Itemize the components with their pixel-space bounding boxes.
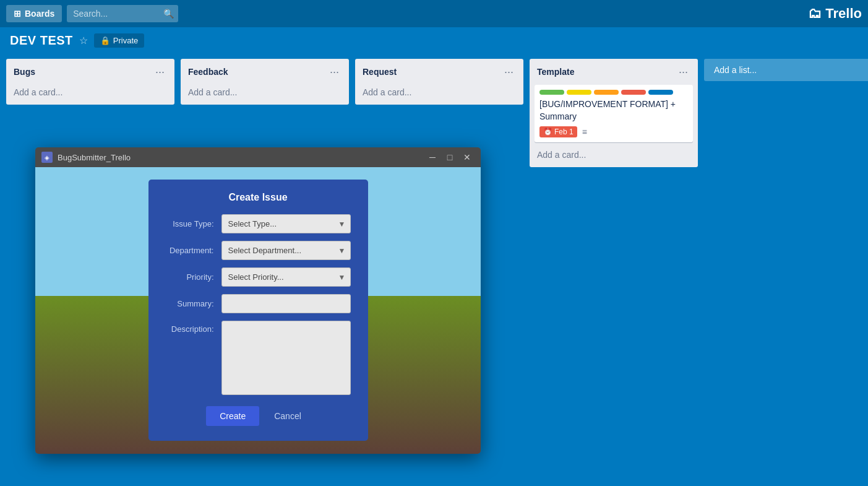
department-row: Department: Select Department... Enginee… bbox=[166, 241, 351, 260]
issue-type-label: Issue Type: bbox=[166, 219, 221, 228]
minimize-button[interactable]: ─ bbox=[425, 150, 440, 165]
trello-logo-text: Trello bbox=[825, 6, 862, 22]
list-template-menu-btn[interactable]: ··· bbox=[676, 65, 690, 79]
clock-icon: ⏰ bbox=[543, 128, 552, 136]
top-nav: ⊞ Boards 🔍 🗂 Trello bbox=[0, 0, 868, 27]
list-feedback-title: Feedback bbox=[188, 67, 228, 77]
star-icon[interactable]: ☆ bbox=[79, 35, 88, 46]
board-header: DEV TEST ☆ 🔒 Private bbox=[0, 27, 868, 54]
list-feedback: Feedback ··· Add a card... bbox=[181, 59, 349, 105]
window-controls: ─ □ ✕ bbox=[425, 150, 475, 165]
label-green bbox=[539, 90, 564, 95]
cancel-button[interactable]: Cancel bbox=[265, 406, 310, 426]
summary-input[interactable] bbox=[221, 294, 351, 313]
summary-label: Summary: bbox=[166, 299, 221, 308]
list-feedback-menu-btn[interactable]: ··· bbox=[327, 65, 342, 79]
visibility-label: Private bbox=[113, 36, 138, 45]
template-add-card-btn[interactable]: Add a card... bbox=[535, 147, 693, 162]
create-issue-dialog: Create Issue Issue Type: Select Type... … bbox=[148, 180, 368, 441]
list-request-title: Request bbox=[363, 67, 397, 77]
issue-type-select[interactable]: Select Type... Bug Improvement Task bbox=[221, 214, 351, 233]
description-icon: ≡ bbox=[582, 127, 587, 137]
request-add-card-btn[interactable]: Add a card... bbox=[360, 85, 518, 100]
list-request-menu-btn[interactable]: ··· bbox=[502, 65, 516, 79]
board-title: DEV TEST bbox=[10, 33, 73, 48]
dialog-title: Create Issue bbox=[166, 192, 351, 203]
list-bugs-header: Bugs ··· bbox=[11, 64, 170, 80]
list-feedback-header: Feedback ··· bbox=[186, 64, 344, 80]
visibility-badge[interactable]: 🔒 Private bbox=[94, 33, 144, 48]
due-label: Feb 1 bbox=[554, 128, 574, 136]
label-orange bbox=[594, 90, 619, 95]
maximize-button[interactable]: □ bbox=[442, 150, 457, 165]
priority-select[interactable]: Select Priority... High Medium Low bbox=[221, 267, 351, 287]
description-textarea[interactable] bbox=[221, 321, 351, 395]
window-titlebar: ◈ BugSubmitter_Trello ─ □ ✕ bbox=[35, 147, 481, 167]
issue-type-select-wrapper: Select Type... Bug Improvement Task ▼ bbox=[221, 214, 351, 233]
priority-label: Priority: bbox=[166, 272, 221, 282]
priority-row: Priority: Select Priority... High Medium… bbox=[166, 267, 351, 287]
label-blue bbox=[648, 90, 673, 95]
list-bugs: Bugs ··· Add a card... bbox=[6, 59, 174, 105]
search-bar: 🔍 bbox=[67, 5, 178, 22]
search-input[interactable] bbox=[73, 9, 160, 19]
search-icon: 🔍 bbox=[163, 9, 174, 19]
window-title: BugSubmitter_Trello bbox=[58, 153, 420, 162]
feedback-add-card-btn[interactable]: Add a card... bbox=[186, 85, 344, 100]
trello-logo-icon: 🗂 bbox=[808, 6, 822, 22]
grid-icon: ⊞ bbox=[14, 9, 21, 19]
dialog-actions: Create Cancel bbox=[166, 406, 351, 426]
bug-submitter-window: ◈ BugSubmitter_Trello ─ □ ✕ Create Issue… bbox=[35, 147, 481, 454]
list-template-title: Template bbox=[537, 67, 574, 77]
template-card-0[interactable]: [BUG/IMPROVEMENT FORMAT] + Summary ⏰ Feb… bbox=[535, 85, 693, 142]
card-labels bbox=[539, 90, 688, 95]
description-row: Description: bbox=[166, 321, 351, 395]
lock-icon: 🔒 bbox=[100, 36, 110, 45]
window-app-icon: ◈ bbox=[41, 152, 53, 163]
department-select[interactable]: Select Department... Engineering Design … bbox=[221, 241, 351, 260]
issue-type-row: Issue Type: Select Type... Bug Improveme… bbox=[166, 214, 351, 233]
department-select-wrapper: Select Department... Engineering Design … bbox=[221, 241, 351, 260]
list-request: Request ··· Add a card... bbox=[355, 59, 523, 105]
boards-label: Boards bbox=[25, 9, 54, 19]
list-bugs-menu-btn[interactable]: ··· bbox=[153, 65, 167, 79]
card-title: [BUG/IMPROVEMENT FORMAT] + Summary bbox=[539, 98, 688, 123]
list-template: Template ··· [BUG/IMPROVEMENT FORMAT] + … bbox=[530, 59, 698, 167]
summary-row: Summary: bbox=[166, 294, 351, 313]
card-meta: ⏰ Feb 1 ≡ bbox=[539, 126, 688, 137]
description-label: Description: bbox=[166, 321, 221, 334]
label-yellow bbox=[567, 90, 591, 95]
boards-button[interactable]: ⊞ Boards bbox=[6, 5, 62, 22]
trello-logo: 🗂 Trello bbox=[808, 6, 862, 22]
priority-select-wrapper: Select Priority... High Medium Low ▼ bbox=[221, 267, 351, 287]
list-bugs-title: Bugs bbox=[14, 67, 35, 77]
list-template-header: Template ··· bbox=[535, 64, 693, 80]
card-due-date: ⏰ Feb 1 bbox=[539, 126, 577, 137]
add-list-btn[interactable]: Add a list... bbox=[704, 59, 868, 81]
window-content: Create Issue Issue Type: Select Type... … bbox=[35, 167, 481, 454]
close-button[interactable]: ✕ bbox=[460, 150, 475, 165]
bugs-add-card-btn[interactable]: Add a card... bbox=[11, 85, 170, 100]
list-request-header: Request ··· bbox=[360, 64, 518, 80]
department-label: Department: bbox=[166, 246, 221, 255]
create-button[interactable]: Create bbox=[206, 406, 259, 426]
label-red bbox=[621, 90, 646, 95]
